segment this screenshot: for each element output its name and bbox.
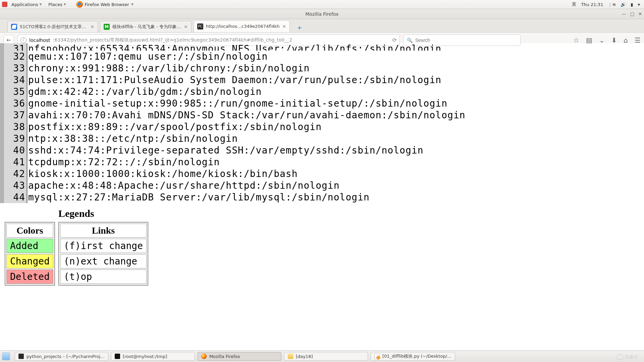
line-number: 32 (4, 51, 28, 62)
line-number: 35 (4, 86, 28, 98)
line-text: tcpdump:x:72:72::/:/sbin/nologin (28, 156, 220, 168)
line-number: 41 (4, 156, 28, 168)
clock[interactable]: Thu 21:31 (581, 2, 603, 7)
task-terminal[interactable]: [root@myhost:/tmp] (111, 352, 195, 361)
line-text: sshd:x:74:74:Privilege-separated SSH:/va… (28, 144, 424, 156)
diff-table: 31nfsnobody:x:65534:65534:Anonymous NFS … (0, 43, 644, 203)
gutter (0, 62, 4, 74)
line-text: apache:x:48:48:Apache:/usr/share/httpd:/… (28, 180, 340, 191)
line-number: 38 (4, 121, 28, 133)
task-folder[interactable]: [day18] (284, 352, 368, 361)
diff-row: 44mysql:x:27:27:MariaDB Server:/var/lib/… (0, 191, 644, 203)
colors-legend-table: Colors Added Changed Deleted (5, 222, 55, 286)
gutter (0, 43, 4, 51)
gutter (0, 191, 4, 203)
favicon-maxiang-icon: M (104, 24, 110, 30)
user-menu-icon[interactable]: ▾ (638, 2, 640, 7)
gutter (0, 156, 4, 168)
gutter (0, 180, 4, 191)
line-number: 36 (4, 98, 28, 109)
tab-difflib-doc[interactable]: M 模块difflib - 马克飞象 - 专为印象… ✕ (100, 21, 192, 32)
line-text: mysql:x:27:27:MariaDB Server:/var/lib/my… (28, 191, 370, 203)
minimize-button[interactable]: — (622, 11, 626, 16)
search-input[interactable] (415, 38, 517, 43)
line-text: gdm:x:42:42::/var/lib/gdm:/sbin/nologin (28, 86, 262, 98)
diff-row: 32qemu:x:107:107:qemu user:/:/sbin/nolog… (0, 51, 644, 62)
tab-close-icon[interactable]: ✕ (282, 24, 286, 29)
diff-row: 42kiosk:x:1000:1000:kiosk:/home/kiosk:/b… (0, 168, 644, 180)
line-number: 34 (4, 74, 28, 86)
gutter (0, 98, 4, 109)
task-editor[interactable]: [01_difflib模块.py (~/Desktop/… (371, 352, 455, 361)
line-number: 31 (4, 43, 28, 51)
line-text: gnome-initial-setup:x:990:985::/run/gnom… (28, 98, 447, 109)
downloads-icon[interactable]: ⬇ (611, 36, 617, 44)
new-tab-button[interactable]: ＋ (294, 23, 305, 32)
links-header: Links (60, 224, 147, 238)
activities-icon (2, 2, 7, 7)
search-icon: 🔍 (407, 38, 413, 43)
tab-close-icon[interactable]: ✕ (90, 24, 94, 29)
places-menu[interactable]: Places▼ (46, 1, 68, 8)
tab-strip: 51CTO博客2.0-原创IT技术文章… ✕ M 模块difflib - 马克飞… (0, 19, 644, 33)
gutter (0, 121, 4, 133)
window-title: Mozilla Firefox (305, 11, 338, 17)
line-number: 37 (4, 109, 28, 121)
line-text: qemu:x:107:107:qemu user:/:/sbin/nologin (28, 51, 268, 62)
close-button[interactable]: ✕ (638, 11, 642, 16)
legend-changed: Changed (6, 254, 53, 268)
line-text: nfsnobody:x:65534:65534:Anonymous NFS Us… (28, 43, 441, 51)
line-number: 40 (4, 144, 28, 156)
legends-title: Legends (58, 208, 644, 219)
home-icon[interactable]: ⌂ (624, 36, 628, 44)
legend-link-next[interactable]: (n)ext change (60, 254, 147, 268)
tab-close-icon[interactable]: ✕ (184, 24, 188, 29)
firefox-launcher[interactable]: Firefox Web Browser▼ (73, 0, 136, 9)
volume-icon[interactable]: 🔊 (621, 2, 626, 7)
diff-row: 38postfix:x:89:89::/var/spool/postfix:/s… (0, 121, 644, 133)
tab-51cto[interactable]: 51CTO博客2.0-原创IT技术文章… ✕ (7, 21, 98, 32)
diff-row: 37avahi:x:70:70:Avahi mDNS/DNS-SD Stack:… (0, 109, 644, 121)
show-desktop-button[interactable] (2, 352, 10, 360)
legend-link-top[interactable]: (t)op (60, 269, 147, 284)
url-host: localhost (29, 38, 50, 43)
diff-row: 39ntp:x:38:38::/etc/ntp:/sbin/nologin (0, 133, 644, 144)
firefox-icon (201, 354, 207, 359)
line-number: 43 (4, 180, 28, 191)
firefox-icon (76, 1, 83, 8)
site-info-icon[interactable]: i (20, 37, 26, 43)
wifi-icon[interactable]: ⋮≋ (608, 2, 616, 7)
gutter (0, 168, 4, 180)
gutter (0, 109, 4, 121)
diff-row: 41tcpdump:x:72:72::/:/sbin/nologin (0, 156, 644, 168)
hamburger-menu-icon[interactable]: ☰ (635, 36, 641, 44)
line-number: 33 (4, 62, 28, 74)
watermark: 亿速云 (617, 354, 638, 360)
task-firefox[interactable]: Mozilla Firefox (198, 352, 281, 361)
line-text: ntp:x:38:38::/etc/ntp:/sbin/nologin (28, 133, 238, 144)
reader-icon[interactable]: ▤ (586, 36, 592, 44)
links-legend-table: Links (f)irst change (n)ext change (t)op (58, 222, 148, 286)
line-number: 44 (4, 191, 28, 203)
battery-icon[interactable]: ▮ (631, 2, 633, 7)
pycharm-icon (18, 354, 24, 359)
legends-section: Legends Colors Added Changed Deleted Lin… (5, 208, 644, 286)
maximize-button[interactable]: □ (630, 11, 634, 16)
bottom-taskbar: python_projects – [~/PycharmProj… [root@… (0, 350, 644, 362)
line-number: 39 (4, 133, 28, 144)
line-text: avahi:x:70:70:Avahi mDNS/DNS-SD Stack:/v… (28, 109, 466, 121)
applications-menu[interactable]: Applications▼ (9, 1, 44, 8)
pocket-icon[interactable]: ⌄ (599, 36, 605, 44)
ime-indicator[interactable]: 英 (572, 1, 576, 7)
diff-row: 34pulse:x:171:171:PulseAudio System Daem… (0, 74, 644, 86)
task-pycharm[interactable]: python_projects – [~/PycharmProj… (15, 352, 108, 361)
reload-icon[interactable]: ⟳ (392, 37, 397, 43)
gutter (0, 133, 4, 144)
page-content: 31nfsnobody:x:65534:65534:Anonymous NFS … (0, 43, 644, 286)
gutter (0, 86, 4, 98)
legend-link-first[interactable]: (f)irst change (60, 239, 147, 253)
colors-header: Colors (6, 224, 53, 238)
bookmark-star-icon[interactable]: ☆ (573, 36, 579, 44)
line-number: 42 (4, 168, 28, 180)
tab-localhost[interactable]: PC http://localhos…c349e20674fl4kh ✕ (194, 20, 290, 32)
